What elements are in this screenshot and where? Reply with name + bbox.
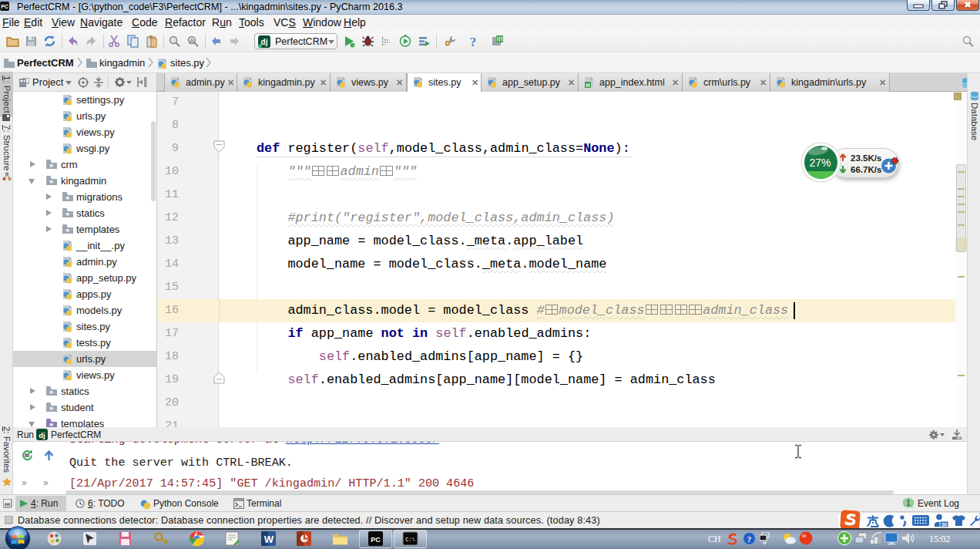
svg-text:?: ?: [747, 534, 752, 544]
svg-text:dj: dj: [261, 38, 268, 46]
svg-text:C:\: C:\: [405, 537, 415, 543]
svg-text:1: 1: [906, 499, 911, 507]
svg-text:23.5K/s: 23.5K/s: [851, 153, 881, 163]
svg-text:dj: dj: [39, 431, 45, 440]
svg-text:H: H: [586, 83, 589, 88]
svg-text:A: A: [190, 37, 194, 45]
svg-text:?: ?: [470, 35, 477, 48]
svg-text:66.7K/s: 66.7K/s: [851, 165, 881, 174]
svg-text:30: 30: [941, 522, 948, 527]
svg-text:PC: PC: [1, 4, 8, 9]
svg-text:PC: PC: [371, 536, 381, 544]
svg-text:27%: 27%: [809, 157, 831, 169]
svg-text:W: W: [264, 534, 274, 545]
